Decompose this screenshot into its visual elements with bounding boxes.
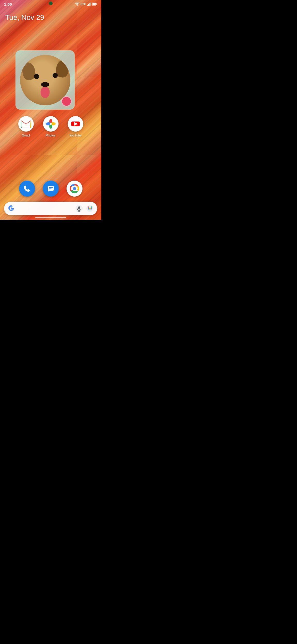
svg-rect-18 bbox=[48, 186, 54, 191]
svg-rect-1 bbox=[88, 4, 89, 6]
signal-icon bbox=[87, 3, 91, 6]
svg-rect-27 bbox=[78, 206, 80, 210]
date-text: Tue, Nov 29 bbox=[5, 13, 44, 21]
svg-point-14 bbox=[50, 123, 52, 125]
youtube-app-icon[interactable]: YouTube bbox=[68, 116, 83, 137]
status-icons: LTE bbox=[75, 3, 97, 6]
svg-rect-20 bbox=[49, 189, 52, 189]
google-g-icon: G bbox=[8, 205, 14, 212]
record-button[interactable] bbox=[61, 96, 72, 107]
date-display: Tue, Nov 29 bbox=[5, 13, 44, 22]
phone-icon bbox=[23, 184, 31, 193]
lens-icon[interactable] bbox=[86, 205, 94, 212]
dog-ear-left bbox=[21, 61, 37, 81]
photos-app-icon[interactable]: Photos bbox=[43, 116, 59, 137]
dog-eye-left bbox=[34, 74, 39, 79]
gmail-label: Gmail bbox=[22, 134, 30, 137]
search-bar[interactable]: G bbox=[4, 202, 97, 215]
camera-cutout bbox=[49, 2, 53, 5]
phone-dock-icon[interactable] bbox=[19, 181, 35, 197]
nav-bar bbox=[0, 215, 101, 220]
svg-point-32 bbox=[89, 208, 91, 209]
pet-widget[interactable] bbox=[15, 50, 75, 110]
svg-rect-5 bbox=[97, 4, 97, 5]
microphone-icon[interactable] bbox=[76, 205, 83, 212]
apps-row: Gmail Photos YouTube bbox=[0, 116, 101, 137]
wifi-icon bbox=[75, 3, 79, 6]
lte-icon: LTE bbox=[81, 3, 86, 6]
svg-rect-2 bbox=[89, 3, 90, 6]
svg-text:G: G bbox=[9, 206, 13, 211]
photos-icon bbox=[45, 118, 56, 130]
youtube-label: YouTube bbox=[69, 134, 81, 137]
gmail-app-icon[interactable]: Gmail bbox=[18, 116, 34, 137]
dog-eye-right bbox=[53, 73, 58, 78]
svg-rect-6 bbox=[93, 3, 96, 5]
youtube-icon-circle bbox=[68, 116, 83, 132]
dog-tongue bbox=[40, 87, 50, 98]
nav-pill bbox=[35, 217, 66, 218]
svg-rect-0 bbox=[87, 5, 88, 6]
dock bbox=[0, 181, 101, 197]
chrome-icon bbox=[69, 183, 80, 194]
messages-dock-icon[interactable] bbox=[43, 181, 59, 197]
photos-icon-circle bbox=[43, 116, 59, 132]
chrome-dock-icon[interactable] bbox=[67, 181, 82, 197]
youtube-icon bbox=[70, 118, 81, 130]
gmail-icon-circle bbox=[18, 116, 34, 132]
svg-point-23 bbox=[73, 187, 76, 190]
messages-icon bbox=[47, 184, 55, 193]
dog-nose bbox=[41, 82, 49, 87]
gmail-icon bbox=[21, 120, 31, 128]
svg-rect-19 bbox=[49, 187, 53, 188]
status-time: 1:00 bbox=[4, 2, 12, 6]
photos-label: Photos bbox=[46, 134, 55, 137]
battery-icon bbox=[92, 3, 97, 6]
svg-rect-3 bbox=[90, 3, 91, 6]
